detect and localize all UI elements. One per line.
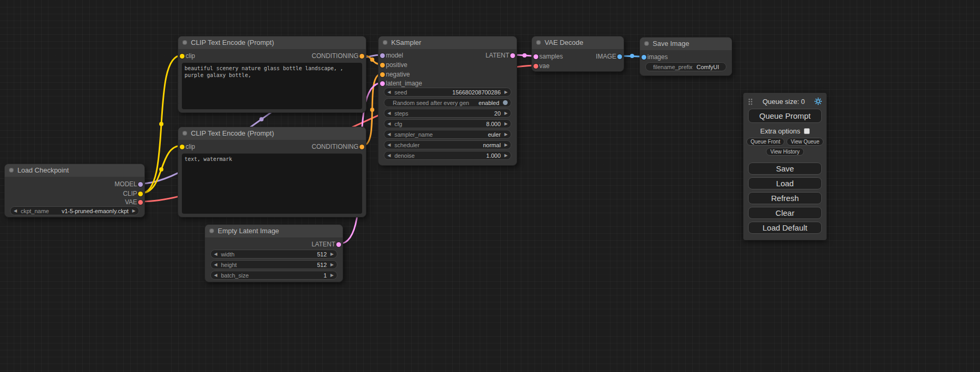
node-clip-text-encode-negative[interactable]: CLIP Text Encode (Prompt) clip CONDITION… [178,127,366,217]
width-widget[interactable]: ◀ width 512 ▶ [210,250,337,259]
node-collapse-dot[interactable] [209,228,214,233]
queue-front-button[interactable]: Queue Front [746,138,784,146]
node-clip-text-encode-positive[interactable]: CLIP Text Encode (Prompt) clip CONDITION… [178,36,366,113]
output-label-latent: LATENT [486,51,509,60]
filename-prefix-widget[interactable]: filename_prefix ComfyUI [645,62,726,71]
batch-size-widget[interactable]: ◀ batch_size 1 ▶ [210,271,337,280]
widget-label: cfg [394,121,402,127]
prev-arrow-icon[interactable]: ◀ [387,153,391,158]
prev-arrow-icon[interactable]: ◀ [387,111,391,116]
node-ksampler[interactable]: KSampler model LATENT positive negative … [378,36,517,166]
cfg-widget[interactable]: ◀ cfg 8.000 ▶ [384,119,511,128]
input-label-model: model [386,51,403,60]
node-collapse-dot[interactable] [383,40,387,45]
next-arrow-icon[interactable]: ▶ [504,121,508,126]
load-default-button[interactable]: Load Default [748,222,822,234]
next-arrow-icon[interactable]: ▶ [132,208,135,213]
extra-options-label: Extra options [760,127,800,135]
widget-value: 1.000 [486,152,501,159]
widget-label: Random seed after every gen [393,100,469,106]
sampler-name-widget[interactable]: ◀ sampler_name euler ▶ [384,130,511,139]
vae-output-slot[interactable] [138,200,143,205]
node-title: Empty Latent Image [218,227,279,235]
widget-value: 1 [324,272,327,279]
height-widget[interactable]: ◀ height 512 ▶ [210,260,337,269]
prompt-textarea[interactable]: text, watermark [182,154,362,214]
prev-arrow-icon[interactable]: ◀ [387,142,391,147]
latent-output-slot[interactable] [510,53,515,58]
node-empty-latent-image[interactable]: Empty Latent Image LATENT ◀ width 512 ▶ … [205,224,343,282]
steps-widget[interactable]: ◀ steps 20 ▶ [384,109,511,118]
latent-output-slot[interactable] [336,242,341,247]
model-input-slot[interactable] [380,53,385,58]
widget-value: enabled [479,100,499,106]
view-history-button[interactable]: View History [766,148,803,156]
scheduler-widget[interactable]: ◀ scheduler normal ▶ [384,140,511,149]
next-arrow-icon[interactable]: ▶ [331,262,334,267]
ckpt-name-widget[interactable]: ◀ ckpt_name v1-5-pruned-emaonly.ckpt ▶ [10,206,139,215]
denoise-widget[interactable]: ◀ denoise 1.000 ▶ [384,151,511,160]
node-title-bar[interactable]: Save Image [640,37,732,50]
prev-arrow-icon[interactable]: ◀ [214,262,217,267]
clip-input-slot[interactable] [180,145,185,149]
node-title-bar[interactable]: Empty Latent Image [205,225,343,237]
node-title-bar[interactable]: KSampler [379,36,517,49]
model-output-slot[interactable] [138,182,143,187]
save-button[interactable]: Save [748,163,822,175]
node-title: CLIP Text Encode (Prompt) [191,129,274,137]
image-output-slot[interactable] [617,54,622,59]
node-title-bar[interactable]: CLIP Text Encode (Prompt) [178,36,366,49]
prev-arrow-icon[interactable]: ◀ [387,90,391,94]
node-graph-canvas[interactable]: Load Checkpoint MODEL CLIP VAE ◀ ckpt_na… [0,0,980,372]
positive-input-slot[interactable] [380,63,385,68]
samples-input-slot[interactable] [533,54,538,59]
node-collapse-dot[interactable] [9,168,14,173]
output-label-vae: VAE [125,198,137,206]
widget-value: v1-5-pruned-emaonly.ckpt [62,208,129,214]
view-queue-button[interactable]: View Queue [787,138,823,146]
widget-value: 156680208700286 [452,89,501,96]
next-arrow-icon[interactable]: ▶ [331,273,334,278]
load-button[interactable]: Load [748,177,822,189]
next-arrow-icon[interactable]: ▶ [504,132,508,137]
node-save-image[interactable]: Save Image images filename_prefix ComfyU… [639,37,732,76]
prev-arrow-icon[interactable]: ◀ [14,208,17,213]
node-collapse-dot[interactable] [182,131,187,136]
clip-input-slot[interactable] [180,54,185,59]
extra-options-checkbox[interactable] [804,128,810,134]
node-title-bar[interactable]: VAE Decode [532,36,624,49]
clear-button[interactable]: Clear [748,207,822,219]
node-vae-decode[interactable]: VAE Decode samples IMAGE vae [531,36,624,72]
latent-image-input-slot[interactable] [380,81,385,86]
images-input-slot[interactable] [642,55,646,60]
node-load-checkpoint[interactable]: Load Checkpoint MODEL CLIP VAE ◀ ckpt_na… [4,164,145,217]
seed-widget[interactable]: ◀ seed 156680208700286 ▶ [384,88,511,97]
next-arrow-icon[interactable]: ▶ [504,111,508,116]
node-collapse-dot[interactable] [182,40,187,45]
next-arrow-icon[interactable]: ▶ [504,153,508,158]
node-collapse-dot[interactable] [644,41,649,46]
clip-output-slot[interactable] [138,192,143,196]
drag-handle-icon[interactable] [748,98,753,105]
queue-prompt-button[interactable]: Queue Prompt [748,109,822,123]
output-label-image: IMAGE [596,52,616,61]
refresh-button[interactable]: Refresh [748,192,822,204]
toggle-dot-icon[interactable] [503,100,508,105]
prev-arrow-icon[interactable]: ◀ [214,252,217,256]
random-seed-toggle[interactable]: Random seed after every gen enabled [384,98,511,107]
next-arrow-icon[interactable]: ▶ [504,90,508,94]
node-title-bar[interactable]: Load Checkpoint [5,164,144,177]
next-arrow-icon[interactable]: ▶ [331,252,334,256]
prev-arrow-icon[interactable]: ◀ [387,121,391,126]
prev-arrow-icon[interactable]: ◀ [214,273,217,278]
node-collapse-dot[interactable] [536,40,541,45]
conditioning-output-slot[interactable] [360,54,364,59]
negative-input-slot[interactable] [380,72,385,77]
node-title-bar[interactable]: CLIP Text Encode (Prompt) [178,127,366,140]
conditioning-output-slot[interactable] [360,145,364,149]
vae-input-slot[interactable] [533,64,538,69]
next-arrow-icon[interactable]: ▶ [504,142,508,147]
prev-arrow-icon[interactable]: ◀ [387,132,391,137]
settings-gear-icon[interactable] [814,98,822,105]
prompt-textarea[interactable]: beautiful scenery nature glass bottle la… [182,63,362,109]
